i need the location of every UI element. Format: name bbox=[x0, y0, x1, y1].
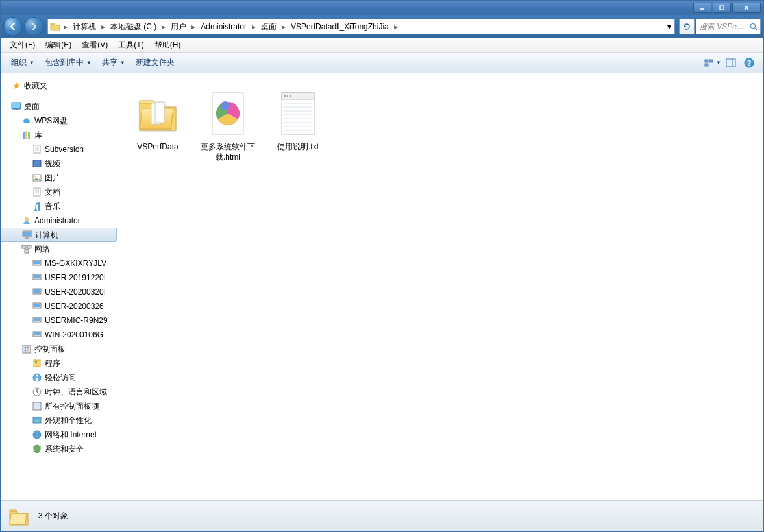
svg-rect-53 bbox=[23, 345, 31, 353]
view-options-button[interactable]: ▼ bbox=[704, 55, 722, 71]
breadcrumb-sep[interactable]: ▸ bbox=[190, 19, 197, 34]
svg-point-27 bbox=[35, 176, 37, 178]
tree-net-item[interactable]: USER-20200320I bbox=[1, 285, 117, 299]
menu-help[interactable]: 帮助(H) bbox=[149, 38, 186, 52]
tree-programs[interactable]: 程序 bbox=[1, 356, 117, 370]
video-icon bbox=[32, 158, 42, 169]
tree-net-item[interactable]: USER-20200326 bbox=[1, 299, 117, 313]
shield-icon bbox=[32, 444, 42, 454]
breadcrumb-sep[interactable]: ▸ bbox=[160, 19, 167, 34]
organize-button[interactable]: 组织▼ bbox=[6, 54, 40, 71]
tree-music[interactable]: 音乐 bbox=[1, 199, 117, 213]
tree-pictures[interactable]: 图片 bbox=[1, 171, 117, 185]
tree-security[interactable]: 系统和安全 bbox=[1, 442, 117, 456]
tree-appearance[interactable]: 外观和个性化 bbox=[1, 413, 117, 428]
tree-net-item[interactable]: USERMIC-R9N29 bbox=[1, 313, 117, 328]
search-input[interactable]: 搜索 VSPe... bbox=[696, 19, 761, 34]
tree-admin[interactable]: Administrator bbox=[1, 213, 117, 228]
menu-edit[interactable]: 编辑(E) bbox=[40, 38, 77, 52]
file-list[interactable]: VSPerfData 更多系统软件下载.html bbox=[117, 73, 763, 500]
minimize-button[interactable] bbox=[693, 3, 711, 13]
forward-button[interactable] bbox=[24, 17, 43, 36]
search-placeholder: 搜索 VSPe... bbox=[699, 21, 750, 32]
user-icon bbox=[21, 215, 32, 226]
tree-ease[interactable]: 轻松访问 bbox=[1, 370, 117, 385]
tree-net-item[interactable]: USER-20191220I bbox=[1, 271, 117, 285]
svg-rect-7 bbox=[709, 60, 713, 62]
svg-rect-17 bbox=[25, 131, 27, 139]
svg-point-76 bbox=[284, 95, 286, 97]
breadcrumb-sep[interactable]: ▸ bbox=[62, 19, 69, 34]
breadcrumb-sep[interactable]: ▸ bbox=[100, 19, 106, 34]
address-bar[interactable]: ▸ 计算机 ▸ 本地磁盘 (C:) ▸ 用户 ▸ Administrator ▸… bbox=[47, 19, 675, 34]
breadcrumb-item[interactable]: 桌面 bbox=[257, 19, 280, 34]
folder-icon bbox=[134, 85, 181, 142]
tree-cpanel[interactable]: 控制面板 bbox=[1, 342, 117, 356]
breadcrumb-item[interactable]: Administrator bbox=[197, 19, 251, 34]
tree-subversion[interactable]: Subversion bbox=[1, 142, 117, 156]
menu-tools[interactable]: 工具(T) bbox=[113, 38, 149, 52]
svg-rect-15 bbox=[15, 109, 18, 110]
breadcrumb-item[interactable]: 本地磁盘 (C:) bbox=[106, 19, 160, 34]
appearance-icon bbox=[32, 415, 42, 426]
explorer-window: ▸ 计算机 ▸ 本地磁盘 (C:) ▸ 用户 ▸ Administrator ▸… bbox=[0, 0, 764, 532]
tree-network[interactable]: 网络 bbox=[1, 242, 117, 256]
close-button[interactable] bbox=[732, 3, 761, 13]
tree-clock[interactable]: 时钟、语言和区域 bbox=[1, 385, 117, 399]
svg-point-78 bbox=[290, 95, 291, 97]
globe-icon bbox=[32, 429, 42, 440]
tree-wps[interactable]: WPS网盘 bbox=[1, 114, 117, 128]
share-button[interactable]: 共享▼ bbox=[97, 54, 130, 71]
file-item-html[interactable]: 更多系统软件下载.html bbox=[195, 81, 260, 166]
breadcrumb-sep[interactable]: ▸ bbox=[280, 19, 287, 34]
back-button[interactable] bbox=[3, 17, 23, 36]
computer-icon bbox=[32, 315, 42, 326]
document-icon bbox=[32, 187, 42, 197]
tree-desktop[interactable]: 桌面 bbox=[1, 99, 117, 114]
document-icon bbox=[32, 144, 42, 154]
txt-icon bbox=[275, 85, 321, 142]
svg-point-77 bbox=[287, 95, 288, 97]
file-item-folder[interactable]: VSPerfData bbox=[125, 81, 190, 166]
menu-file[interactable]: 文件(F) bbox=[5, 38, 40, 52]
tree-video[interactable]: 视频 bbox=[1, 156, 117, 171]
menu-view[interactable]: 查看(V) bbox=[77, 38, 113, 52]
cpanel-icon bbox=[21, 344, 32, 354]
svg-rect-25 bbox=[40, 160, 41, 167]
tree-net-item[interactable]: MS-GXKIXRYJLV bbox=[1, 256, 117, 271]
svg-rect-34 bbox=[23, 232, 31, 236]
tree-netint[interactable]: 网络和 Internet bbox=[1, 428, 117, 442]
svg-point-56 bbox=[25, 350, 27, 352]
tree-documents[interactable]: 文档 bbox=[1, 185, 117, 199]
tree-library[interactable]: 库 bbox=[1, 128, 117, 142]
svg-point-4 bbox=[751, 24, 756, 29]
svg-rect-8 bbox=[705, 64, 708, 66]
breadcrumb-sep[interactable]: ▸ bbox=[251, 19, 257, 34]
svg-rect-37 bbox=[27, 245, 31, 248]
cloud-icon bbox=[21, 115, 32, 126]
cpanel-icon bbox=[32, 401, 42, 411]
breadcrumb-sep[interactable]: ▸ bbox=[393, 19, 399, 34]
maximize-button[interactable] bbox=[713, 3, 731, 13]
breadcrumb-item[interactable]: 用户 bbox=[167, 19, 190, 34]
tree-net-item[interactable]: WIN-20200106G bbox=[1, 328, 117, 342]
tree-computer[interactable]: 计算机 bbox=[1, 228, 117, 242]
tree-allcp[interactable]: 所有控制面板项 bbox=[1, 399, 117, 413]
svg-rect-65 bbox=[33, 402, 41, 410]
include-button[interactable]: 包含到库中▼ bbox=[40, 54, 97, 71]
newfolder-button[interactable]: 新建文件夹 bbox=[130, 54, 180, 71]
tree-favorites[interactable]: ★收藏夹 bbox=[1, 79, 117, 93]
refresh-button[interactable] bbox=[679, 19, 695, 34]
breadcrumb-item[interactable]: VSPerfDatadll_XiTongZhiJia bbox=[287, 19, 393, 34]
help-button[interactable]: ? bbox=[740, 55, 758, 71]
file-item-txt[interactable]: 使用说明.txt bbox=[265, 81, 330, 166]
preview-pane-button[interactable] bbox=[722, 55, 740, 71]
svg-rect-16 bbox=[23, 132, 25, 139]
svg-point-54 bbox=[25, 347, 27, 349]
svg-rect-19 bbox=[34, 145, 40, 153]
menubar: 文件(F) 编辑(E) 查看(V) 工具(T) 帮助(H) bbox=[1, 38, 763, 53]
svg-rect-38 bbox=[25, 250, 29, 253]
breadcrumb-item[interactable]: 计算机 bbox=[69, 19, 100, 34]
computer-icon bbox=[32, 287, 42, 297]
address-dropdown[interactable]: ▾ bbox=[663, 19, 674, 34]
